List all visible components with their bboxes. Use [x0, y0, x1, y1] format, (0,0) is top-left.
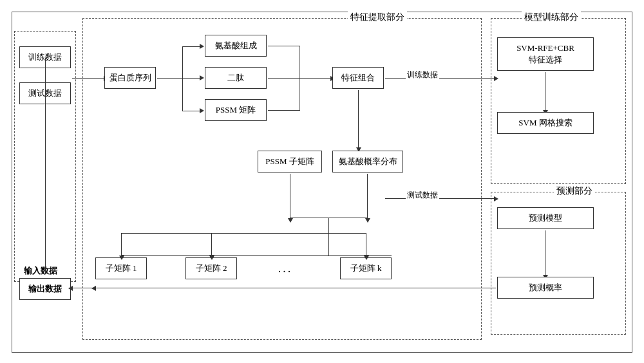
feature-extraction-section: [82, 18, 482, 340]
arrow-test-right: [385, 198, 495, 199]
dipeptide-box: 二肽: [205, 67, 267, 89]
sub-matrix-k-box: 子矩阵 k: [340, 257, 392, 279]
v-test-down: [45, 106, 46, 273]
amino-composition-box: 氨基酸组成: [205, 35, 267, 57]
arrow-prob-left: [95, 288, 496, 288]
h-collect-to-sub: [121, 233, 366, 234]
dots-label: ...: [269, 257, 301, 279]
pssm-sub-box: PSSM 子矩阵: [258, 151, 322, 172]
arrow-input-to-protein: [72, 78, 104, 79]
feature-extraction-title: 特征提取部分: [348, 12, 407, 23]
brace-bot: [182, 111, 202, 111]
v-to-sub2: [211, 233, 212, 256]
v-to-subk: [366, 233, 366, 256]
amino-dist-box: 氨基酸概率分布: [332, 151, 403, 172]
brace-line-h: [157, 78, 183, 79]
arrow-feature-right: [385, 78, 495, 79]
arrow-to-feature-combine: [299, 78, 331, 79]
feature-combine-box: 特征组合: [332, 67, 384, 89]
svm-grid-box: SVM 网格搜索: [497, 112, 594, 134]
arrow-svm-down: [545, 72, 545, 111]
sub-matrix-2-box: 子矩阵 2: [185, 257, 237, 279]
arrow-feature-down: [358, 90, 359, 148]
v-collect-connect: [328, 218, 329, 233]
arrow-pssm-sub-down: [290, 174, 290, 219]
sub-matrix-1-box: 子矩阵 1: [95, 257, 147, 279]
arrow-amino-h: [268, 46, 300, 46]
arrow-pssm-h: [268, 110, 300, 111]
arrow-to-output: [72, 288, 95, 288]
v-input-center: [45, 58, 46, 106]
arrow-di-h: [268, 78, 300, 79]
v-to-sub1: [121, 233, 122, 256]
brace-spine: [182, 46, 183, 111]
arrow-predict-down: [545, 230, 545, 275]
predict-prob-box: 预测概率: [497, 277, 594, 299]
svm-rfe-box: SVM-RFE+CBR 特征选择: [497, 37, 594, 71]
input-data-label: 输入数据: [23, 265, 59, 277]
predict-model-box: 预测模型: [497, 207, 594, 229]
test-data-arrow-label: 测试数据: [406, 190, 439, 201]
output-data-box: 输出数据: [19, 278, 71, 300]
prediction-title: 预测部分: [554, 185, 595, 197]
brace-mid: [182, 78, 202, 79]
brace-top: [182, 46, 202, 47]
arrow-amino-dist-down: [367, 174, 368, 219]
model-training-title: 模型训练部分: [522, 12, 581, 23]
h-sub-matrix-line: [121, 255, 392, 256]
protein-seq-box: 蛋白质序列: [104, 67, 156, 89]
pssm-matrix-box-top: PSSM 矩阵: [205, 99, 267, 121]
training-data-arrow-label: 训练数据: [406, 70, 439, 80]
